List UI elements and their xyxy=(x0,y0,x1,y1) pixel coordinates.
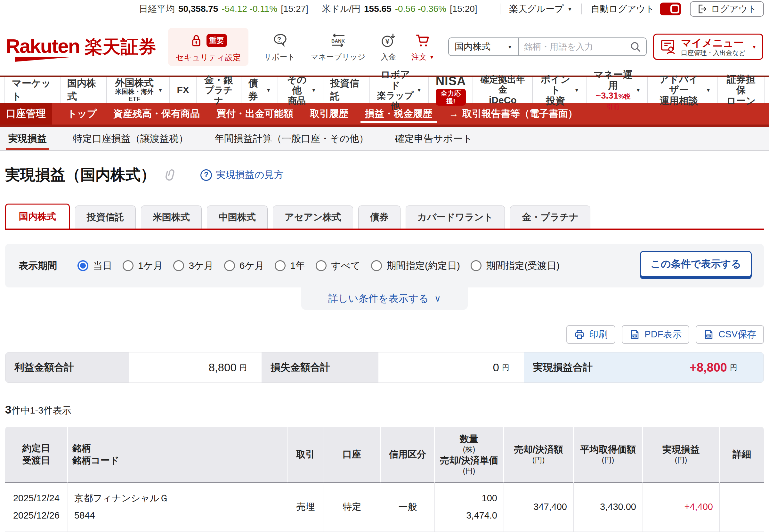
radio-selected-icon xyxy=(77,260,88,271)
divider xyxy=(581,4,582,14)
pl-subtabs: 実現損益 特定口座損益（譲渡益税） 年間損益計算（一般口座・その他） 確定申告サ… xyxy=(0,127,769,151)
caret-down-icon: ▼ xyxy=(417,87,422,93)
csv-save-button[interactable]: csv CSV保存 xyxy=(696,325,764,344)
account-nav-buying-power[interactable]: 買付・出金可能額 xyxy=(215,103,295,125)
nav-investment-trust[interactable]: 投資信託 xyxy=(323,77,369,103)
cell-avg-cost: 3,430.00 xyxy=(574,483,643,531)
usdjpy-value: 155.65 xyxy=(364,4,392,14)
radio-1month[interactable]: 1ケ月 xyxy=(123,259,163,272)
radio-all[interactable]: すべて xyxy=(316,259,360,272)
realized-pl-table: 約定日受渡日 銘柄銘柄コード 取引 口座 信用区分 数量(株) 売却/決済単価(… xyxy=(5,427,764,532)
tab-us-stocks[interactable]: 米国株式 xyxy=(141,206,202,229)
tab-bonds[interactable]: 債券 xyxy=(358,206,401,229)
nav-foreign-stocks[interactable]: 外国株式米国株・海外ETF ▼ xyxy=(106,77,169,103)
subtab-specific-account-pl[interactable]: 特定口座損益（譲渡益税） xyxy=(70,127,191,150)
cart-icon xyxy=(415,33,431,48)
col-margin: 信用区分 xyxy=(381,427,435,483)
realized-pl-total-value: +8,800 xyxy=(690,361,727,375)
subtab-tax-return-support[interactable]: 確定申告サポート xyxy=(392,127,475,150)
nav-domestic-stocks[interactable]: 国内株式 xyxy=(60,77,106,103)
auto-logout: 自動ログアウト xyxy=(591,3,681,15)
caret-down-icon: ▼ xyxy=(568,6,572,12)
deposit-link[interactable]: ¥ 入金 xyxy=(381,31,396,62)
radio-icon xyxy=(224,260,235,271)
account-nav-pl-tax-history[interactable]: 損益・税金履歴 xyxy=(364,103,433,125)
radio-range-settle-date[interactable]: 期間指定(受渡日) xyxy=(471,259,560,272)
auto-logout-toggle[interactable] xyxy=(660,3,681,15)
usdjpy-label: 米ドル/円 xyxy=(322,3,360,15)
nav-ideco[interactable]: 確定拠出年金iDeCo xyxy=(473,77,532,103)
account-nav-reports[interactable]: → 取引報告書等（電子書面） xyxy=(448,103,579,125)
nav-money-management[interactable]: マネー運用~3.31%税引前 ▼ xyxy=(586,77,647,103)
nav-nisa[interactable]: NISA全力応援! xyxy=(428,77,473,103)
pdf-view-button[interactable]: PDF PDF表示 xyxy=(622,325,689,344)
nav-market[interactable]: マーケット xyxy=(4,77,60,103)
account-nav-balance[interactable]: 資産残高・保有商品 xyxy=(112,103,201,125)
apply-filter-button[interactable]: この条件で表示する xyxy=(640,251,752,277)
account-nav-bar: 口座管理 トップ 資産残高・保有商品 買付・出金可能額 取引履歴 損益・税金履歴… xyxy=(0,103,769,127)
nav-fx[interactable]: FX xyxy=(169,77,196,103)
nav-bonds[interactable]: 債券▼ xyxy=(241,77,278,103)
support-label: サポート xyxy=(264,52,295,62)
col-account: 口座 xyxy=(323,427,381,483)
search-input[interactable] xyxy=(519,42,629,52)
site-search: 国内株式 ▼ xyxy=(448,37,647,56)
search-category-select[interactable]: 国内株式 ▼ xyxy=(449,38,519,55)
account-nav-top[interactable]: トップ xyxy=(66,103,98,125)
tab-domestic-stocks[interactable]: 国内株式 xyxy=(5,204,70,229)
cell-account: 特定 xyxy=(323,483,381,531)
nav-gold-platinum[interactable]: 金・銀プラチナ xyxy=(196,77,241,103)
money-bridge-link[interactable]: BANK マネーブリッジ xyxy=(311,31,365,62)
search-icon[interactable] xyxy=(629,41,642,53)
col-dates: 約定日受渡日 xyxy=(5,427,68,483)
rakuten-logo[interactable]: Rakuten 楽天証券 xyxy=(6,35,157,59)
subtab-annual-pl[interactable]: 年間損益計算（一般口座・その他） xyxy=(212,127,371,150)
tab-china-stocks[interactable]: 中国株式 xyxy=(207,206,268,229)
pl-summary-bar: 利益金額合計 8,800円 損失金額合計 0円 実現損益合計 +8,800円 xyxy=(5,352,764,383)
show-detailed-conditions-link[interactable]: 詳しい条件を表示する ∨ xyxy=(301,287,468,310)
svg-text:csv: csv xyxy=(707,335,711,337)
logout-button[interactable]: ログアウト xyxy=(690,1,764,17)
nav-securities-loan[interactable]: 証券担保ローン xyxy=(717,77,765,103)
nav-robo-advisor[interactable]: ロボアド楽ラップ他 ▼ xyxy=(369,77,428,103)
logout-label: ログアウト xyxy=(711,3,757,15)
security-settings-link[interactable]: 重要 セキュリティ設定 xyxy=(168,28,249,66)
cell-amount: 347,400 xyxy=(504,483,574,531)
nav-point-investment[interactable]: ポイント投資 ▼ xyxy=(532,77,586,103)
support-link[interactable]: ? サポート xyxy=(264,31,295,62)
loss-total-value: 0円 xyxy=(378,352,524,383)
tab-investment-trust[interactable]: 投資信託 xyxy=(75,206,136,229)
radio-icon xyxy=(316,260,327,271)
print-button[interactable]: 印刷 xyxy=(566,325,615,344)
csv-file-icon: csv xyxy=(703,329,714,340)
result-count: 3件中1-3件表示 xyxy=(5,403,764,417)
radio-range-trade-date[interactable]: 期間指定(約定日) xyxy=(371,259,460,272)
cell-margin: 一般 xyxy=(381,483,435,531)
caret-down-icon: ▼ xyxy=(574,87,579,93)
nav-other-products[interactable]: その他商品 ▼ xyxy=(278,77,323,103)
subtab-realized-pl[interactable]: 実現損益 xyxy=(6,127,49,150)
how-to-view-link[interactable]: ? 実現損益の見方 xyxy=(200,168,284,181)
auto-logout-label: 自動ログアウト xyxy=(591,3,654,15)
radio-icon xyxy=(123,260,134,271)
col-name: 銘柄銘柄コード xyxy=(68,427,288,483)
tab-asean-stocks[interactable]: アセアン株式 xyxy=(273,206,353,229)
paperclip-icon[interactable] xyxy=(164,168,178,182)
cell-trade: 売埋 xyxy=(288,483,323,531)
table-header-row: 約定日受渡日 銘柄銘柄コード 取引 口座 信用区分 数量(株) 売却/決済単価(… xyxy=(5,427,764,483)
tab-gold-platinum[interactable]: 金・プラチナ xyxy=(510,206,590,229)
radio-1year[interactable]: 1年 xyxy=(275,259,305,272)
order-link[interactable]: 注文 ▼ xyxy=(411,31,434,62)
my-menu-button[interactable]: マイメニュー 口座管理・入出金など ▼ xyxy=(653,34,763,60)
caret-down-icon: ▼ xyxy=(752,44,757,50)
security-settings-label: セキュリティ設定 xyxy=(176,52,241,63)
nav-advisor[interactable]: アドバイザー運用相談 ▼ xyxy=(647,77,717,103)
radio-6months[interactable]: 6ケ月 xyxy=(224,259,264,272)
yen-deposit-icon: ¥ xyxy=(381,33,396,48)
caret-down-icon: ▼ xyxy=(636,87,641,93)
radio-today[interactable]: 当日 xyxy=(77,259,112,272)
tab-covered-warrant[interactable]: カバードワラント xyxy=(406,206,505,229)
account-nav-trade-history[interactable]: 取引履歴 xyxy=(309,103,350,125)
radio-3months[interactable]: 3ケ月 xyxy=(173,259,213,272)
rakuten-group-menu[interactable]: 楽天グループ ▼ xyxy=(509,3,572,15)
